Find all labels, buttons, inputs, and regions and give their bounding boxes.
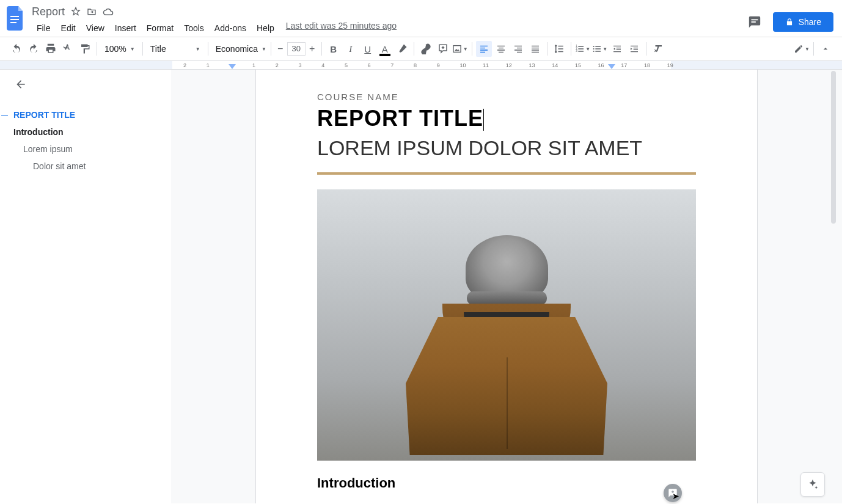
italic-button[interactable]: I — [343, 41, 359, 57]
clear-formatting-button[interactable] — [650, 41, 666, 57]
ruler[interactable]: 2112345678910111213141516171819 — [0, 61, 842, 70]
ruler-tick: 19 — [667, 62, 673, 68]
outline-item-title[interactable]: REPORT TITLE — [12, 106, 159, 123]
explore-button[interactable] — [800, 472, 825, 497]
svg-text:3: 3 — [576, 49, 578, 53]
svg-rect-5 — [453, 46, 461, 53]
menu-help[interactable]: Help — [252, 21, 279, 35]
svg-point-10 — [593, 48, 595, 49]
underline-button[interactable]: U — [360, 41, 376, 57]
align-right-button[interactable] — [510, 41, 526, 57]
text-cursor — [483, 109, 484, 131]
menu-insert[interactable]: Insert — [110, 21, 141, 35]
toolbar: 100%▼ Title▼ Economica▼ − 30 + B I U A ▼… — [0, 37, 842, 61]
ruler-tick: 9 — [437, 62, 440, 68]
align-left-button[interactable] — [476, 41, 492, 57]
vertical-scrollbar[interactable] — [831, 71, 836, 224]
comments-button[interactable] — [746, 13, 763, 31]
svg-rect-2 — [10, 22, 16, 23]
ruler-tick: 4 — [321, 62, 324, 68]
add-comment-button[interactable] — [435, 41, 451, 57]
align-justify-button[interactable] — [527, 41, 543, 57]
share-button[interactable]: Share — [773, 12, 833, 32]
insert-image-button[interactable]: ▼ — [452, 41, 468, 57]
star-icon[interactable] — [71, 7, 81, 16]
collapse-toolbar-button[interactable] — [818, 41, 833, 57]
outline-item[interactable]: Dolor sit amet — [12, 158, 159, 175]
indent-button[interactable] — [626, 41, 642, 57]
numbered-list-button[interactable]: 123▼ — [575, 41, 591, 57]
highlight-button[interactable] — [394, 41, 410, 57]
bullet-list-button[interactable]: ▼ — [592, 41, 608, 57]
chevron-down-icon: ▼ — [262, 46, 266, 52]
document-canvas[interactable]: COURSE NAME REPORT TITLE LOREM IPSUM DOL… — [171, 70, 842, 503]
outdent-button[interactable] — [609, 41, 625, 57]
ruler-tick: 7 — [390, 62, 394, 68]
editing-mode-button[interactable]: ▼ — [794, 41, 810, 57]
undo-button[interactable] — [9, 41, 24, 57]
divider-line — [317, 172, 696, 175]
print-button[interactable] — [43, 41, 59, 57]
document-title[interactable]: Report — [32, 5, 65, 18]
decrease-font-button[interactable]: − — [275, 43, 286, 54]
menu-tools[interactable]: Tools — [179, 21, 209, 35]
menu-view[interactable]: View — [81, 21, 109, 35]
svg-point-9 — [593, 46, 595, 47]
font-value: Economica — [216, 44, 258, 54]
outline-back-button[interactable] — [15, 78, 28, 92]
zoom-select[interactable]: 100%▼ — [101, 44, 139, 54]
menu-addons[interactable]: Add-ons — [210, 21, 251, 35]
align-center-button[interactable] — [493, 41, 509, 57]
paint-format-button[interactable] — [77, 41, 93, 57]
chevron-down-icon: ▼ — [130, 46, 135, 52]
ruler-tick: 18 — [644, 62, 650, 68]
ruler-tick: 1 — [207, 62, 210, 68]
font-size-input[interactable]: 30 — [287, 42, 306, 56]
ruler-tick: 11 — [483, 62, 489, 68]
outline-item[interactable]: Introduction — [12, 123, 159, 141]
left-indent-marker[interactable] — [229, 64, 236, 69]
link-button[interactable] — [418, 41, 434, 57]
text-color-button[interactable]: A — [377, 41, 393, 57]
ruler-tick: 3 — [299, 62, 302, 68]
ruler-tick: 12 — [506, 62, 512, 68]
menu-file[interactable]: File — [32, 21, 56, 35]
svg-rect-3 — [751, 19, 758, 20]
move-folder-icon[interactable] — [87, 7, 97, 16]
report-title[interactable]: REPORT TITLE — [317, 106, 696, 131]
last-edit-link[interactable]: Last edit was 25 minutes ago — [286, 21, 397, 35]
outline-item[interactable]: Lorem ipsum — [12, 141, 159, 158]
spellcheck-button[interactable] — [60, 41, 76, 57]
heading-introduction[interactable]: Introduction — [317, 475, 696, 491]
redo-button[interactable] — [26, 41, 42, 57]
report-subtitle[interactable]: LOREM IPSUM DOLOR SIT AMET — [317, 136, 696, 160]
increase-font-button[interactable]: + — [307, 43, 318, 54]
hero-image[interactable] — [317, 189, 696, 461]
menu-format[interactable]: Format — [142, 21, 178, 35]
menu-edit[interactable]: Edit — [56, 21, 81, 35]
bold-button[interactable]: B — [326, 41, 342, 57]
chevron-down-icon: ▼ — [463, 46, 468, 52]
style-value: Title — [150, 44, 166, 54]
font-select[interactable]: Economica▼ — [212, 44, 267, 54]
lock-icon — [785, 18, 794, 26]
ruler-tick: 1 — [252, 62, 255, 68]
docs-logo[interactable] — [5, 5, 27, 32]
svg-rect-4 — [751, 21, 755, 23]
ruler-tick: 10 — [459, 62, 466, 68]
ruler-tick: 17 — [621, 62, 627, 68]
svg-rect-1 — [10, 19, 19, 20]
right-indent-marker[interactable] — [608, 64, 615, 69]
chevron-down-icon: ▼ — [602, 46, 607, 52]
outline-panel: REPORT TITLE Introduction Lorem ipsum Do… — [0, 70, 171, 503]
paragraph-style-select[interactable]: Title▼ — [147, 44, 204, 54]
document-page[interactable]: COURSE NAME REPORT TITLE LOREM IPSUM DOL… — [256, 70, 757, 503]
chevron-down-icon: ▼ — [585, 46, 590, 52]
line-spacing-button[interactable] — [551, 41, 567, 57]
chevron-down-icon: ▼ — [805, 46, 810, 52]
add-comment-floating-button[interactable] — [664, 484, 682, 502]
svg-rect-0 — [10, 16, 19, 17]
course-name[interactable]: COURSE NAME — [317, 92, 696, 102]
cloud-icon[interactable] — [103, 7, 114, 16]
menu-bar: File Edit View Insert Format Tools Add-o… — [32, 21, 746, 35]
